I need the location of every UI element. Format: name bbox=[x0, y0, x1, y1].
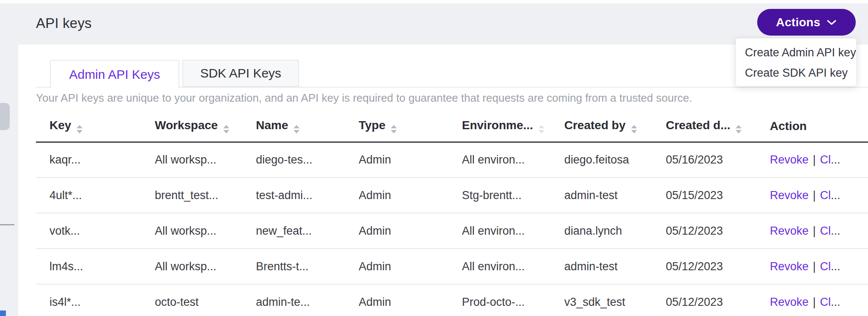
revoke-link[interactable]: Revoke bbox=[770, 189, 809, 202]
column-label: Name bbox=[256, 119, 288, 132]
column-label: Created by bbox=[564, 119, 626, 132]
cell-created-date: 05/15/2023 bbox=[652, 177, 756, 213]
cell-created-by: diego.feitosa bbox=[551, 142, 652, 177]
cell-environment: All environ... bbox=[448, 213, 551, 249]
cell-environment: Prod-octo-... bbox=[448, 284, 551, 316]
action-separator: | bbox=[813, 189, 816, 202]
sort-icon[interactable] bbox=[223, 125, 229, 133]
table-header-row: Key Workspace Name Type Environme... Cre… bbox=[36, 111, 868, 142]
cell-actions: Revoke|Cl... bbox=[756, 284, 868, 316]
cell-created-by: diana.lynch bbox=[551, 213, 652, 249]
revoke-link[interactable]: Revoke bbox=[770, 260, 809, 273]
revoke-link[interactable]: Revoke bbox=[770, 225, 809, 237]
action-separator: | bbox=[813, 296, 816, 308]
revoke-link[interactable]: Revoke bbox=[770, 296, 809, 308]
cell-key: votk... bbox=[36, 213, 141, 249]
bottom-left-accent bbox=[0, 310, 6, 316]
truncation-ellipsis: ... bbox=[831, 153, 841, 166]
column-header-key[interactable]: Key bbox=[36, 111, 141, 142]
revoke-link[interactable]: Revoke bbox=[770, 153, 809, 166]
menu-item-create-admin-api-key[interactable]: Create Admin API key bbox=[736, 42, 856, 63]
table-row: kaqr... All worksp... diego-tes... Admin… bbox=[36, 142, 868, 177]
column-label: Action bbox=[770, 119, 807, 133]
column-header-type[interactable]: Type bbox=[345, 111, 448, 142]
actions-button[interactable]: Actions bbox=[757, 9, 856, 36]
column-label: Key bbox=[49, 119, 71, 132]
cell-workspace: octo-test bbox=[141, 284, 242, 316]
clone-link[interactable]: Cl bbox=[820, 153, 831, 166]
column-label: Environme... bbox=[462, 119, 533, 132]
chevron-down-icon bbox=[827, 19, 837, 25]
truncation-ellipsis: ... bbox=[831, 189, 841, 202]
api-keys-description: Your API keys are unique to your organiz… bbox=[36, 91, 692, 105]
cell-workspace: All worksp... bbox=[141, 249, 242, 284]
clone-link[interactable]: Cl bbox=[820, 225, 831, 237]
tab-sdk-api-keys[interactable]: SDK API Keys bbox=[182, 60, 299, 87]
cell-actions: Revoke|Cl... bbox=[756, 249, 868, 284]
cell-key: kaqr... bbox=[36, 142, 141, 177]
cell-type: Admin bbox=[345, 213, 448, 249]
cell-created-date: 05/12/2023 bbox=[652, 213, 756, 249]
cell-workspace: All worksp... bbox=[141, 213, 242, 249]
clone-link[interactable]: Cl bbox=[820, 296, 831, 308]
action-separator: | bbox=[813, 260, 816, 273]
clone-link[interactable]: Cl bbox=[820, 260, 831, 273]
cell-type: Admin bbox=[345, 284, 448, 316]
sort-icon[interactable] bbox=[294, 125, 299, 133]
column-header-name[interactable]: Name bbox=[242, 111, 345, 142]
cell-name: admin-te... bbox=[242, 284, 345, 316]
cell-key: lm4s... bbox=[36, 249, 141, 284]
cell-actions: Revoke|Cl... bbox=[756, 142, 868, 177]
clone-link[interactable]: Cl bbox=[820, 189, 831, 202]
tab-admin-api-keys[interactable]: Admin API Keys bbox=[50, 60, 179, 88]
column-header-workspace[interactable]: Workspace bbox=[141, 111, 242, 142]
cell-key: 4ult*... bbox=[36, 177, 141, 213]
action-separator: | bbox=[813, 225, 816, 237]
sort-icon[interactable] bbox=[538, 125, 544, 133]
page-title: API keys bbox=[36, 15, 92, 31]
table-row: lm4s... All worksp... Brentts-t... Admin… bbox=[36, 249, 868, 284]
menu-item-create-sdk-api-key[interactable]: Create SDK API key bbox=[736, 63, 856, 83]
truncation-ellipsis: ... bbox=[831, 225, 841, 237]
cell-type: Admin bbox=[345, 177, 448, 213]
cell-name: diego-tes... bbox=[242, 142, 345, 177]
cell-name: new_feat... bbox=[242, 213, 345, 249]
table-row: is4l*... octo-test admin-te... Admin Pro… bbox=[36, 284, 868, 316]
api-keys-page: API keys Actions Create Admin API key Cr… bbox=[0, 0, 868, 316]
column-header-environments[interactable]: Environme... bbox=[448, 111, 551, 142]
column-label: Type bbox=[359, 119, 385, 132]
top-strip bbox=[0, 0, 868, 3]
actions-dropdown-menu: Create Admin API key Create SDK API key bbox=[736, 38, 857, 86]
column-header-created-by[interactable]: Created by bbox=[551, 111, 652, 142]
sidebar-scrollbar-thumb[interactable] bbox=[0, 103, 10, 130]
sort-icon[interactable] bbox=[77, 125, 82, 133]
sort-icon[interactable] bbox=[391, 125, 397, 133]
api-keys-table: Key Workspace Name Type Environme... Cre… bbox=[36, 111, 868, 316]
column-header-created-date[interactable]: Created d... bbox=[652, 111, 756, 142]
cell-workspace: brentt_test... bbox=[141, 177, 242, 213]
cell-name: Brentts-t... bbox=[242, 249, 345, 284]
cell-type: Admin bbox=[345, 142, 448, 177]
column-label: Created d... bbox=[666, 119, 730, 132]
cell-workspace: All worksp... bbox=[141, 142, 242, 177]
cell-name: test-admi... bbox=[242, 177, 345, 213]
sort-icon[interactable] bbox=[736, 125, 742, 133]
cell-created-date: 05/16/2023 bbox=[652, 142, 756, 177]
truncation-ellipsis: ... bbox=[831, 260, 841, 273]
table-row: votk... All worksp... new_feat... Admin … bbox=[36, 213, 868, 249]
cell-created-by: admin-test bbox=[551, 249, 652, 284]
table-row: 4ult*... brentt_test... test-admi... Adm… bbox=[36, 177, 868, 213]
cell-environment: All environ... bbox=[448, 142, 551, 177]
cell-environment: Stg-brentt... bbox=[448, 177, 551, 213]
action-separator: | bbox=[813, 153, 816, 166]
cell-created-by: v3_sdk_test bbox=[551, 284, 652, 316]
sidebar-divider bbox=[0, 224, 14, 225]
column-label: Workspace bbox=[155, 119, 218, 132]
cell-created-date: 05/12/2023 bbox=[652, 249, 756, 284]
cell-type: Admin bbox=[345, 249, 448, 284]
cell-created-by: admin-test bbox=[551, 177, 652, 213]
cell-environment: All environ... bbox=[448, 249, 551, 284]
actions-button-label: Actions bbox=[776, 16, 821, 29]
cell-actions: Revoke|Cl... bbox=[756, 177, 868, 213]
sort-icon[interactable] bbox=[631, 125, 637, 133]
